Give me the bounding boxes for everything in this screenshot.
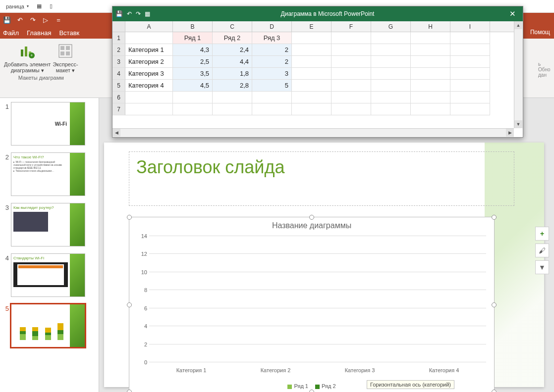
cell[interactable]: Ряд 1 [173, 32, 213, 44]
layout-icon[interactable]: ▦ [33, 2, 46, 10]
excel-redo-icon[interactable]: ↷ [136, 10, 141, 17]
cell[interactable]: 3 [252, 68, 292, 80]
chart-bars: Категория 1Категория 2Категория 3Категор… [149, 236, 486, 362]
col-header[interactable]: B [173, 21, 213, 32]
more-icon[interactable]: = [55, 16, 62, 24]
select-all-cell[interactable] [112, 21, 125, 32]
add-chart-element-icon[interactable]: + [17, 41, 38, 61]
undo-icon[interactable]: ↶ [16, 16, 24, 24]
plot-area[interactable]: 02468101214 Категория 1Категория 2Катего… [149, 236, 486, 362]
unknown-icon[interactable]: ▯ [46, 2, 56, 10]
axis-tooltip: Горизонтальная ось (категорий) [367, 380, 454, 389]
row-header[interactable]: 3 [112, 56, 125, 68]
slide-thumb-5[interactable] [11, 304, 85, 347]
category-label: Категория 4 [429, 367, 459, 373]
slide-thumb-4[interactable]: Стандарты Wi-Fi [11, 253, 85, 297]
thumb-number: 2 [2, 152, 9, 161]
thumb-number: 5 [2, 304, 9, 312]
ribbon-group-caption: Макеты диаграмм [18, 75, 64, 81]
cell[interactable]: Ряд 3 [252, 32, 292, 44]
category-label: Категория 1 [176, 367, 207, 373]
chart-filter-button[interactable]: ▼ [535, 260, 549, 274]
col-header[interactable]: D [252, 21, 292, 32]
chart-flyout-buttons: + 🖌 ▼ [535, 227, 549, 274]
tab-insert[interactable]: Вставк [59, 29, 79, 37]
quick-layout-label-2: макет ▾ [56, 67, 75, 74]
cell[interactable]: 4,3 [173, 44, 213, 56]
cell[interactable]: 4,5 [173, 80, 213, 92]
cell[interactable]: 2 [252, 56, 292, 68]
thumb-number: 4 [2, 253, 9, 262]
row-header[interactable]: 7 [112, 103, 125, 115]
thumb-number: 1 [2, 102, 9, 110]
cell[interactable]: 2,8 [213, 80, 252, 92]
cell[interactable]: 2 [252, 44, 292, 56]
col-header[interactable]: F [332, 21, 371, 32]
col-header[interactable]: G [371, 21, 411, 32]
cell[interactable]: 3,5 [173, 68, 213, 80]
row-header[interactable]: 1 [112, 32, 125, 44]
add-chart-element-label-1: Добавить элемент [4, 61, 51, 67]
title-placeholder[interactable]: Заголовок слайда [129, 151, 514, 206]
row-header[interactable]: 2 [112, 44, 125, 56]
excel-horizontal-scrollbar[interactable]: ◀ ▶ [112, 128, 514, 137]
save-icon[interactable]: 💾 [3, 16, 11, 24]
cell[interactable]: Категория 1 [125, 44, 173, 56]
cell[interactable]: 2,5 [173, 56, 213, 68]
redo-icon[interactable]: ↷ [29, 16, 37, 24]
chart-styles-button[interactable]: 🖌 [535, 244, 549, 257]
slide-thumb-3[interactable]: Как выглядит роутер? [11, 203, 85, 246]
col-header[interactable]: C [213, 21, 252, 32]
excel-save-icon[interactable]: 💾 [115, 10, 123, 17]
cell[interactable]: 2,4 [213, 44, 252, 56]
row-header[interactable]: 6 [112, 92, 125, 103]
excel-titlebar[interactable]: 💾 ↶ ↷ ▦ Диаграмма в Microsoft PowerPoint… [112, 6, 523, 21]
slide-canvas[interactable]: Заголовок слайда Название диаграммы 0246… [99, 98, 554, 392]
cell[interactable]: Категория 4 [125, 80, 173, 92]
add-chart-element-label-2: диаграммы ▾ [11, 67, 44, 74]
tab-home[interactable]: Главная [27, 29, 51, 37]
col-header[interactable]: H [411, 21, 450, 32]
tab-help[interactable]: Помощ [527, 27, 553, 38]
cell[interactable] [125, 32, 173, 44]
chart-elements-button[interactable]: + [535, 227, 549, 241]
category-label: Категория 3 [345, 367, 375, 373]
svg-rect-7 [66, 46, 70, 50]
cell[interactable]: Категория 2 [125, 56, 173, 68]
thumb-number: 3 [2, 203, 9, 211]
quick-layout-icon[interactable] [55, 41, 76, 61]
cell[interactable]: 4,4 [213, 56, 252, 68]
spreadsheet-grid[interactable]: A B C D E F G H I 1Ряд 1Ряд 2Ряд 32Катег… [112, 21, 514, 128]
col-header[interactable]: I [450, 21, 490, 32]
row-header[interactable]: 4 [112, 68, 125, 80]
tab-file[interactable]: Файл [3, 29, 19, 37]
chart-object[interactable]: Название диаграммы 02468101214 Категория… [129, 217, 495, 392]
slide-thumbnail-panel[interactable]: 1 Wi-Fi 2 Что такое Wi-Fi? ▸ Wi-Fi — тех… [0, 98, 99, 392]
col-header[interactable]: E [292, 21, 332, 32]
cell[interactable]: 1,8 [213, 68, 252, 80]
slide-title-text: Заголовок слайда [136, 157, 507, 178]
page-dropdown[interactable]: раница [2, 2, 33, 10]
row-header[interactable]: 5 [112, 80, 125, 92]
excel-window[interactable]: 💾 ↶ ↷ ▦ Диаграмма в Microsoft PowerPoint… [112, 6, 523, 138]
excel-undo-icon[interactable]: ↶ [127, 10, 132, 17]
excel-more-icon[interactable]: ▦ [145, 10, 150, 17]
svg-rect-0 [21, 49, 23, 56]
cell[interactable]: 5 [252, 80, 292, 92]
category-label: Категория 2 [261, 367, 291, 373]
svg-text:+: + [31, 53, 33, 58]
slideshow-icon[interactable]: ▷ [42, 16, 50, 24]
slide-thumb-2[interactable]: Что такое Wi-Fi? ▸ Wi-Fi — технология бе… [11, 152, 85, 196]
svg-rect-8 [60, 51, 64, 55]
col-header[interactable]: A [125, 21, 173, 32]
slide: Заголовок слайда Название диаграммы 0246… [104, 143, 544, 387]
quick-layout-label-1: Экспресс- [53, 61, 78, 67]
cell[interactable]: Ряд 2 [213, 32, 252, 44]
svg-rect-1 [25, 47, 27, 56]
excel-close-button[interactable]: ✕ [505, 9, 520, 18]
cell[interactable]: Категория 3 [125, 68, 173, 80]
excel-vertical-scrollbar[interactable]: ▲ ▼ [514, 21, 523, 128]
ribbon-right-cut: ь Обно дан [536, 59, 554, 94]
svg-rect-9 [66, 51, 70, 55]
slide-thumb-1[interactable]: Wi-Fi [11, 102, 85, 146]
